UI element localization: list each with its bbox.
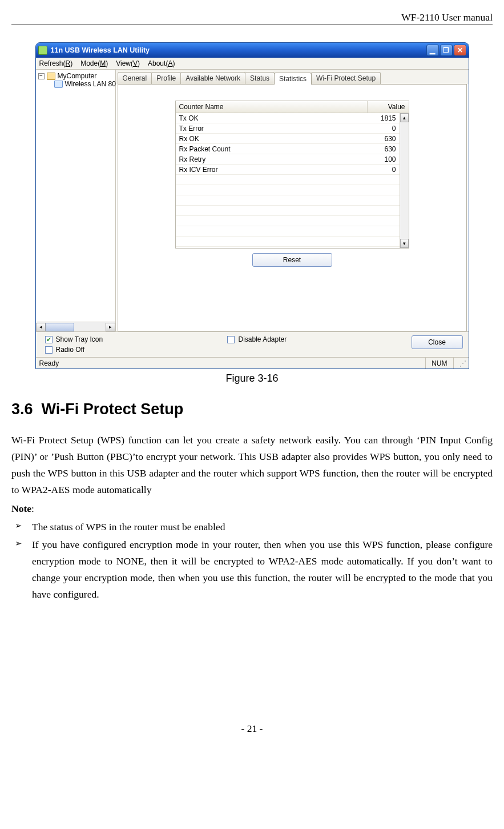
tab-status[interactable]: Status [245, 72, 275, 84]
stat-name: Tx Error [176, 125, 358, 133]
window-title: 11n USB Wireless LAN Utility [51, 46, 426, 54]
tab-wifi-protect-setup[interactable]: Wi-Fi Protect Setup [311, 72, 381, 84]
screenshot-container: 11n USB Wireless LAN Utility ▁ ❐ ✕ Refre… [11, 42, 493, 369]
menu-mode[interactable]: Mode(M) [80, 59, 108, 67]
scroll-left-button[interactable]: ◂ [36, 323, 46, 331]
scroll-down-button[interactable]: ▾ [400, 239, 409, 248]
checkbox-unchecked-icon[interactable] [45, 346, 53, 354]
status-ready: Ready [39, 359, 59, 367]
list-item: The status of WPS in the router must be … [11, 519, 493, 535]
tree-child-row[interactable]: Wireless LAN 80 [54, 80, 113, 88]
table-row[interactable]: Rx OK630 [176, 134, 400, 144]
show-tray-icon-option[interactable]: ✔ Show Tray Icon [45, 335, 103, 343]
scroll-right-button[interactable]: ▸ [106, 323, 115, 331]
close-button[interactable]: Close [412, 335, 463, 349]
reset-row: Reset [252, 253, 332, 267]
table-row [176, 226, 400, 237]
page-number: - 21 - [11, 723, 493, 735]
section-number: 3.6 [11, 401, 33, 418]
note-label: Note [11, 503, 31, 514]
window-controls: ▁ ❐ ✕ [426, 45, 466, 56]
show-tray-icon-label: Show Tray Icon [56, 335, 103, 343]
table-row [176, 185, 400, 195]
radio-off-label: Radio Off [56, 346, 84, 354]
table-row[interactable]: Rx ICV Error0 [176, 165, 400, 175]
stat-name: Rx Retry [176, 155, 358, 163]
table-row[interactable]: Rx Retry100 [176, 154, 400, 165]
body-paragraph: Wi-Fi Protect Setup (WPS) function can l… [11, 432, 493, 498]
maximize-button[interactable]: ❐ [440, 45, 453, 56]
menu-view[interactable]: View(V) [116, 59, 140, 67]
tree-horizontal-scrollbar[interactable]: ◂ ▸ [36, 322, 115, 331]
notes-list: The status of WPS in the router must be … [11, 519, 493, 602]
stat-value: 100 [358, 155, 400, 163]
tab-profile[interactable]: Profile [151, 72, 181, 84]
figure-caption: Figure 3-16 [11, 373, 493, 385]
bottom-options-bar: ✔ Show Tray Icon Radio Off Disable Adapt… [36, 331, 469, 357]
stats-header-name[interactable]: Counter Name [176, 101, 368, 113]
table-row [176, 195, 400, 206]
tab-statistics[interactable]: Statistics [274, 73, 312, 85]
tab-strip: General Profile Available Network Status… [116, 70, 469, 84]
stats-body: Tx OK1815 Tx Error0 Rx OK630 Rx Packet C… [176, 113, 409, 248]
tree-root-row[interactable]: − MyComputer [38, 72, 113, 80]
checkbox-unchecked-icon[interactable] [227, 336, 235, 343]
list-item: If you have configured encryption mode i… [11, 536, 493, 603]
main-area: − MyComputer Wireless LAN 80 ◂ ▸ [36, 70, 469, 331]
stat-value: 630 [358, 135, 400, 143]
device-tree[interactable]: − MyComputer Wireless LAN 80 [36, 70, 115, 322]
window-titlebar[interactable]: 11n USB Wireless LAN Utility ▁ ❐ ✕ [36, 43, 469, 58]
stat-value: 0 [358, 166, 400, 174]
stats-header-row: Counter Name Value [176, 101, 409, 113]
menu-about[interactable]: About(A) [148, 59, 175, 67]
disable-adapter-label: Disable Adapter [238, 335, 287, 343]
adapter-icon [54, 81, 63, 88]
table-row [176, 175, 400, 185]
stat-value: 630 [358, 145, 400, 153]
tab-content-statistics: Counter Name Value Tx OK1815 Tx Error0 R… [118, 84, 467, 331]
tree-collapse-icon[interactable]: − [38, 73, 45, 79]
status-num: NUM [425, 358, 453, 369]
computer-icon [47, 73, 55, 80]
table-row [176, 216, 400, 226]
stat-name: Rx Packet Count [176, 145, 358, 153]
device-tree-pane: − MyComputer Wireless LAN 80 ◂ ▸ [36, 70, 116, 331]
stat-name: Rx OK [176, 135, 358, 143]
stats-vertical-scrollbar[interactable]: ▴ ▾ [400, 113, 409, 248]
section-title: Wi-Fi Protect Setup [42, 401, 184, 418]
resize-grip-icon[interactable]: ⋰ [453, 358, 465, 369]
scroll-up-button[interactable]: ▴ [400, 113, 409, 122]
tab-available-network[interactable]: Available Network [180, 72, 245, 84]
stat-value: 0 [358, 125, 400, 133]
reset-button[interactable]: Reset [252, 253, 332, 267]
table-row[interactable]: Rx Packet Count630 [176, 144, 400, 154]
note-line: Note: [11, 500, 493, 517]
stats-header-value[interactable]: Value [368, 101, 409, 113]
center-checkboxes: Disable Adapter [103, 335, 411, 343]
tree-root-label: MyComputer [58, 72, 97, 80]
tabs-pane: General Profile Available Network Status… [116, 70, 469, 331]
table-row[interactable]: Tx Error0 [176, 123, 400, 134]
app-window: 11n USB Wireless LAN Utility ▁ ❐ ✕ Refre… [35, 42, 469, 369]
menu-bar: Refresh(R) Mode(M) View(V) About(A) [36, 58, 469, 70]
app-icon [38, 46, 47, 55]
scroll-thumb[interactable] [46, 323, 74, 331]
section-heading: 3.6 Wi-Fi Protect Setup [11, 401, 493, 418]
checkbox-checked-icon[interactable]: ✔ [45, 336, 53, 343]
radio-off-option[interactable]: Radio Off [45, 346, 103, 354]
stat-name: Tx OK [176, 114, 358, 122]
status-bar: Ready NUM ⋰ [36, 357, 469, 369]
stat-value: 1815 [358, 114, 400, 122]
menu-refresh[interactable]: Refresh(R) [39, 59, 73, 67]
tab-general[interactable]: General [118, 72, 152, 84]
window-close-button[interactable]: ✕ [454, 45, 466, 56]
stat-name: Rx ICV Error [176, 166, 358, 174]
tree-child-label: Wireless LAN 80 [65, 80, 116, 88]
disable-adapter-option[interactable]: Disable Adapter [227, 335, 287, 343]
table-row [176, 237, 400, 247]
close-button-wrap: Close [412, 335, 463, 349]
page-header: WF-2110 User manual [11, 11, 493, 25]
minimize-button[interactable]: ▁ [426, 45, 439, 56]
table-row[interactable]: Tx OK1815 [176, 113, 400, 123]
statistics-table: Counter Name Value Tx OK1815 Tx Error0 R… [175, 101, 409, 249]
